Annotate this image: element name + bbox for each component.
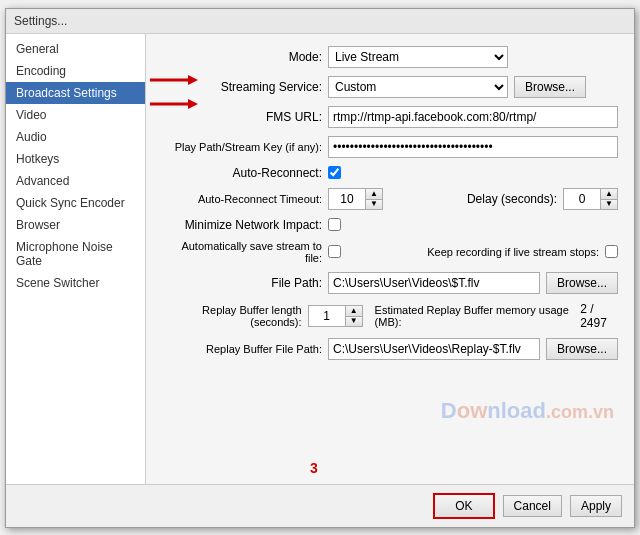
- sidebar-item-hotkeys[interactable]: Hotkeys: [6, 148, 145, 170]
- mode-row: Mode: Live Stream: [162, 46, 618, 68]
- replay-file-label: Replay Buffer File Path:: [162, 343, 322, 355]
- play-path-input[interactable]: [328, 136, 618, 158]
- sidebar-item-browser[interactable]: Browser: [6, 214, 145, 236]
- apply-button[interactable]: Apply: [570, 495, 622, 517]
- sidebar-item-broadcast[interactable]: Broadcast Settings: [6, 82, 145, 104]
- reconnect-timeout-row: Auto-Reconnect Timeout: ▲ ▼ Delay (secon…: [162, 188, 618, 210]
- streaming-service-select[interactable]: Custom: [328, 76, 508, 98]
- replay-file-browse-button[interactable]: Browse...: [546, 338, 618, 360]
- replay-buffer-spinner: ▲ ▼: [308, 305, 363, 327]
- file-path-input[interactable]: [328, 272, 540, 294]
- auto-save-label: Automatically save stream to file:: [162, 240, 322, 264]
- sidebar-item-video[interactable]: Video: [6, 104, 145, 126]
- replay-file-input[interactable]: [328, 338, 540, 360]
- window-title: Settings...: [14, 14, 67, 28]
- mode-select[interactable]: Live Stream: [328, 46, 508, 68]
- reconnect-timeout-input[interactable]: [329, 189, 365, 209]
- replay-buffer-up[interactable]: ▲: [346, 306, 362, 316]
- main-content: 1 2 Mode: Live Stream: [146, 34, 634, 484]
- mode-label: Mode:: [162, 50, 322, 64]
- reconnect-timeout-label: Auto-Reconnect Timeout:: [162, 193, 322, 205]
- replay-file-row: Replay Buffer File Path: Browse...: [162, 338, 618, 360]
- file-path-label: File Path:: [162, 276, 322, 290]
- minimize-network-checkbox[interactable]: [328, 218, 341, 231]
- auto-save-checkbox[interactable]: [328, 245, 341, 258]
- delay-up[interactable]: ▲: [601, 189, 617, 199]
- fms-url-row: FMS URL:: [162, 106, 618, 128]
- sidebar-item-encoding[interactable]: Encoding: [6, 60, 145, 82]
- estimated-label: Estimated Replay Buffer memory usage (MB…: [375, 304, 571, 328]
- estimated-value: 2 / 2497: [580, 302, 618, 330]
- sidebar-item-quick-sync[interactable]: Quick Sync Encoder: [6, 192, 145, 214]
- delay-label: Delay (seconds):: [467, 192, 557, 206]
- sidebar-item-audio[interactable]: Audio: [6, 126, 145, 148]
- annotation-3-container: 3: [310, 460, 318, 476]
- sidebar-item-general[interactable]: General: [6, 38, 145, 60]
- replay-buffer-label: Replay Buffer length (seconds):: [162, 304, 302, 328]
- sidebar-item-advanced[interactable]: Advanced: [6, 170, 145, 192]
- reconnect-timeout-spinner: ▲ ▼: [328, 188, 383, 210]
- delay-down[interactable]: ▼: [601, 199, 617, 209]
- auto-reconnect-label: Auto-Reconnect:: [162, 166, 322, 180]
- footer: OK Cancel Apply: [6, 484, 634, 527]
- delay-spinner: ▲ ▼: [563, 188, 618, 210]
- sidebar: General Encoding Broadcast Settings Vide…: [6, 34, 146, 484]
- reconnect-timeout-down[interactable]: ▼: [366, 199, 382, 209]
- file-path-browse-button[interactable]: Browse...: [546, 272, 618, 294]
- watermark: Download.com.vn: [441, 398, 614, 424]
- auto-save-row: Automatically save stream to file: Keep …: [162, 240, 618, 264]
- delay-input[interactable]: [564, 189, 600, 209]
- settings-window: Settings... General Encoding Broadcast S…: [5, 8, 635, 528]
- replay-buffer-down[interactable]: ▼: [346, 316, 362, 326]
- minimize-network-label: Minimize Network Impact:: [162, 218, 322, 232]
- auto-reconnect-row: Auto-Reconnect:: [162, 166, 618, 180]
- replay-buffer-row: Replay Buffer length (seconds): ▲ ▼ Esti…: [162, 302, 618, 330]
- auto-reconnect-checkbox[interactable]: [328, 166, 341, 179]
- cancel-button[interactable]: Cancel: [503, 495, 562, 517]
- fms-url-input[interactable]: [328, 106, 618, 128]
- ok-button[interactable]: OK: [433, 493, 494, 519]
- title-bar: Settings...: [6, 9, 634, 34]
- streaming-browse-button[interactable]: Browse...: [514, 76, 586, 98]
- minimize-network-row: Minimize Network Impact:: [162, 218, 618, 232]
- annotation-3: 3: [310, 460, 318, 476]
- sidebar-item-scene[interactable]: Scene Switcher: [6, 272, 145, 294]
- sidebar-item-microphone[interactable]: Microphone Noise Gate: [6, 236, 145, 272]
- keep-recording-checkbox[interactable]: [605, 245, 618, 258]
- file-path-row: File Path: Browse...: [162, 272, 618, 294]
- watermark-text2: .com.vn: [546, 402, 614, 422]
- watermark-text1: Download: [441, 398, 546, 423]
- keep-recording-label: Keep recording if live stream stops:: [427, 246, 599, 258]
- reconnect-timeout-up[interactable]: ▲: [366, 189, 382, 199]
- streaming-service-row: Streaming Service: Custom Browse...: [162, 76, 618, 98]
- fms-url-label: FMS URL:: [162, 110, 322, 124]
- replay-buffer-input[interactable]: [309, 306, 345, 326]
- streaming-service-label: Streaming Service:: [162, 80, 322, 94]
- play-path-row: Play Path/Stream Key (if any):: [162, 136, 618, 158]
- play-path-label: Play Path/Stream Key (if any):: [162, 141, 322, 153]
